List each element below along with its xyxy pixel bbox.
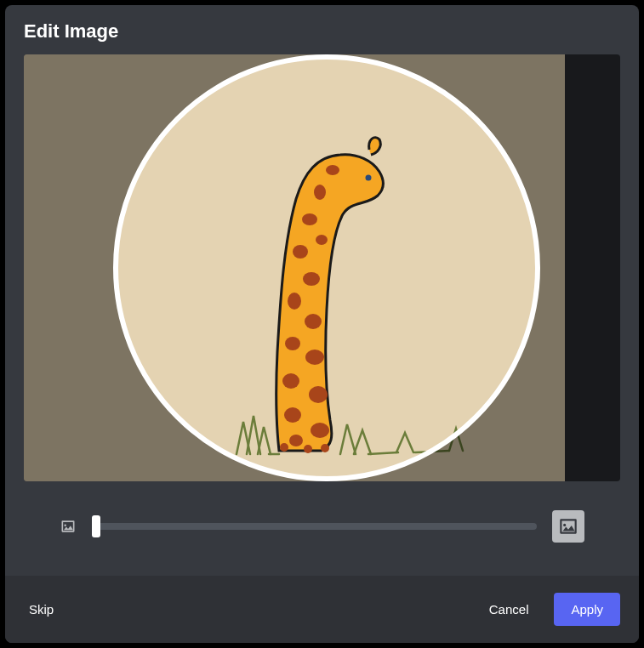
svg-point-17	[304, 445, 312, 453]
image-large-icon	[552, 510, 584, 543]
cancel-button[interactable]: Cancel	[484, 594, 534, 625]
svg-point-6	[303, 272, 320, 286]
svg-point-1	[326, 165, 339, 175]
svg-point-14	[311, 423, 329, 438]
svg-point-16	[280, 443, 288, 452]
edit-image-modal: Edit Image	[5, 5, 639, 643]
svg-point-3	[302, 213, 317, 225]
svg-point-5	[293, 245, 308, 259]
svg-point-18	[321, 444, 329, 452]
svg-point-9	[285, 337, 300, 350]
svg-point-13	[284, 407, 301, 423]
apply-button[interactable]: Apply	[554, 593, 620, 626]
svg-point-4	[316, 235, 328, 245]
zoom-slider-thumb[interactable]	[92, 515, 100, 537]
svg-point-0	[366, 175, 372, 181]
zoom-slider-track	[92, 523, 537, 530]
svg-point-12	[309, 386, 328, 403]
image-crop-area[interactable]	[24, 54, 620, 481]
svg-point-10	[305, 350, 324, 365]
modal-header: Edit Image	[5, 5, 639, 54]
image-small-icon	[60, 518, 77, 535]
zoom-slider-row	[5, 481, 639, 571]
svg-point-11	[282, 373, 299, 389]
svg-point-15	[289, 435, 303, 446]
modal-footer: Skip Cancel Apply	[5, 576, 639, 643]
skip-button[interactable]: Skip	[24, 594, 59, 625]
svg-point-8	[305, 314, 322, 329]
image-canvas	[24, 54, 565, 481]
giraffe-illustration	[24, 54, 565, 481]
svg-point-7	[288, 293, 301, 310]
svg-point-2	[314, 185, 326, 200]
modal-title: Edit Image	[24, 20, 620, 43]
zoom-slider[interactable]	[92, 516, 537, 537]
